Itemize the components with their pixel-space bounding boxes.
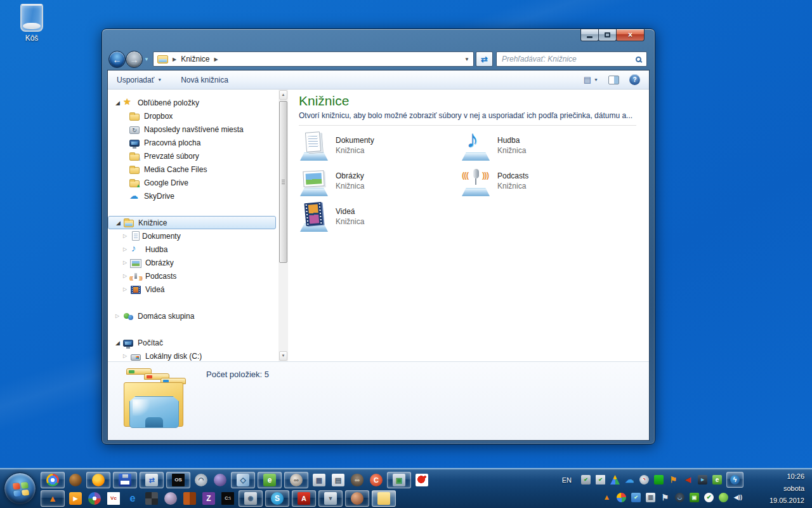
sidebar-item-skydrive[interactable]: SkyDrive [108, 189, 278, 203]
picasa-button[interactable] [86, 490, 103, 507]
help-button[interactable]: ? [629, 74, 640, 85]
sidebar-scrollbar[interactable]: ▲ ▼ [278, 90, 288, 361]
red-speaker-button[interactable]: ◀ [683, 474, 693, 485]
sidebar-item-documents[interactable]: ▷ Dokumenty [108, 229, 278, 243]
network-tray-button[interactable]: ▥ [645, 492, 656, 503]
printer-status-button[interactable]: ✔ [595, 474, 606, 485]
sidebar-item-media-cache[interactable]: Media Cache Files [108, 163, 278, 176]
library-item-documents[interactable]: Dokumenty Knižnica [299, 131, 451, 161]
expand-icon[interactable]: ▷ [123, 246, 131, 252]
google-drive-button[interactable] [610, 474, 620, 485]
orange-flag-button[interactable]: ⚑ [668, 474, 679, 485]
icq-flower-button[interactable] [718, 492, 729, 503]
skype-button[interactable]: S [265, 490, 289, 507]
recycle-bin[interactable]: Kôš [8, 4, 56, 43]
views-button[interactable]: ▤ ▼ [584, 75, 598, 84]
tv-tuner-button[interactable]: ▸ [697, 474, 708, 485]
collapse-icon[interactable]: ◢ [115, 100, 123, 106]
app-grid-button[interactable] [143, 490, 160, 507]
preview-pane-button[interactable] [608, 76, 619, 84]
collapse-icon[interactable]: ◢ [115, 340, 123, 346]
dropbox-tray-button[interactable]: ✔ [631, 492, 641, 503]
presentation-button[interactable]: ◉ [239, 490, 263, 507]
expand-icon[interactable]: ▷ [123, 260, 131, 265]
remote-desktop-button[interactable]: ▣ [387, 472, 411, 488]
vlc-button[interactable]: ▲ [41, 490, 65, 507]
eclipse-sphere-button[interactable] [212, 472, 228, 488]
usb-safely-remove-button[interactable]: ✔ [580, 474, 591, 485]
start-button[interactable] [4, 472, 36, 505]
expand-icon[interactable]: ▷ [123, 353, 131, 359]
sidebar-section-libraries[interactable]: ◢ Knižnice [108, 216, 276, 229]
minimize-button[interactable] [580, 29, 599, 41]
vnc-button[interactable]: Vc [105, 490, 122, 507]
maximize-button[interactable] [598, 29, 617, 41]
breadcrumb-arrow-icon[interactable]: ▶ [173, 57, 176, 62]
satellite-dish-button[interactable]: ◠ [193, 472, 209, 488]
sidebar-item-downloads[interactable]: ↓ Prevzaté súbory [108, 149, 278, 163]
media-player-orange-button[interactable]: ▶ [67, 490, 84, 507]
sidebar-item-podcasts[interactable]: ▷ Podcasts [108, 269, 278, 283]
antivirus-check-button[interactable]: ✔ [704, 492, 714, 503]
stylus-shield-button[interactable]: ▼ [318, 490, 343, 507]
windows-update-tray-button[interactable] [616, 492, 627, 503]
sidebar-section-computer[interactable]: ◢ Počítač [108, 336, 278, 349]
address-dropdown-icon[interactable]: ▼ [464, 57, 469, 62]
library-item-music[interactable]: ♪ Hudba Knižnica [461, 131, 613, 161]
evernote-tray-button[interactable]: e [712, 474, 723, 485]
messenger-smiley-button[interactable]: ◡ [674, 492, 685, 503]
sidebar-item-music[interactable]: ▷ Hudba [108, 243, 278, 256]
calculator-button[interactable]: ▦ [311, 472, 327, 488]
os-editor-button[interactable]: OS [166, 472, 190, 488]
back-button[interactable]: ← [108, 51, 126, 68]
ccleaner-button[interactable]: C [368, 472, 384, 488]
opera-brown-button[interactable] [345, 490, 369, 507]
taskbar-clock[interactable]: 10:26 sobota 19.05.2012 [747, 471, 808, 507]
library-item-videos[interactable]: Videá Knižnica [299, 202, 451, 232]
address-bar[interactable]: ▶ Knižnice ▶ ▼ [153, 51, 474, 67]
sidebar-item-dropbox[interactable]: Dropbox [108, 109, 278, 123]
sidebar-item-pictures[interactable]: ▷ Obrázky [108, 256, 278, 269]
sidebar-item-videos[interactable]: ▷ Videá [108, 283, 278, 296]
sidebar-item-google-drive[interactable]: ▲ Google Drive [108, 176, 278, 189]
library-item-podcasts[interactable]: ((( ))) Podcasts Knižnica [461, 166, 613, 197]
zotero-button[interactable]: Z [200, 490, 217, 507]
internet-explorer-button[interactable]: e [124, 490, 141, 507]
command-prompt-button[interactable]: C:\ [219, 490, 236, 507]
file-transfer-button[interactable]: ⇄ [140, 472, 164, 488]
expand-icon[interactable]: ▷ [115, 313, 123, 319]
dark-sphere-browser-button[interactable] [67, 472, 84, 488]
breadcrumb-arrow-icon[interactable]: ▶ [214, 57, 218, 62]
close-button[interactable]: × [616, 29, 645, 41]
action-center-flag-button[interactable]: ⚑ [660, 492, 671, 503]
owl-app-button[interactable]: oo [349, 472, 365, 488]
on-screen-keyboard-button[interactable]: ▤ [330, 472, 346, 488]
thermometer-app-button[interactable] [181, 490, 198, 507]
vlc-tray-button[interactable]: ▲ [601, 492, 612, 503]
refresh-button[interactable]: ⇄ [476, 51, 493, 67]
sidebar-item-recent-places[interactable]: ↻ Naposledy navštívené miesta [108, 123, 278, 136]
expand-icon[interactable]: ▷ [123, 233, 131, 239]
sidebar-section-favorites[interactable]: ◢ Obľúbené položky [108, 96, 278, 109]
breadcrumb[interactable]: Knižnice [181, 55, 209, 64]
organize-menu[interactable]: Usporiadať ▼ [117, 76, 162, 84]
lightning-app-button[interactable]: ϟ [726, 472, 743, 488]
evernote-button[interactable]: e [258, 472, 282, 488]
skydrive-tray-button[interactable]: ☁ [624, 474, 635, 485]
updater-green-button[interactable]: ▣ [689, 492, 700, 503]
volume-tray-button[interactable]: ◀)) [733, 492, 743, 503]
scroll-down-icon[interactable]: ▼ [279, 351, 287, 361]
library-item-pictures[interactable]: Obrázky Knižnica [299, 166, 451, 197]
green-display-button[interactable] [653, 474, 664, 485]
adobe-reader-button[interactable]: A [292, 490, 316, 507]
virtualbox-button[interactable]: ◇ [231, 472, 255, 488]
firefox-button[interactable] [86, 472, 110, 488]
sidebar-section-homegroup[interactable]: ▷ Domáca skupina [108, 309, 278, 323]
language-indicator[interactable]: EN [562, 476, 572, 484]
expand-icon[interactable]: ▷ [123, 286, 131, 292]
recent-pages-dropdown[interactable]: ▼ [144, 57, 149, 62]
search-box[interactable] [496, 51, 647, 67]
scrollbar-thumb[interactable] [279, 101, 287, 263]
sidebar-item-local-disk-c[interactable]: ▷ Lokálny disk (C:) [108, 349, 278, 361]
collapse-icon[interactable]: ◢ [116, 220, 124, 226]
